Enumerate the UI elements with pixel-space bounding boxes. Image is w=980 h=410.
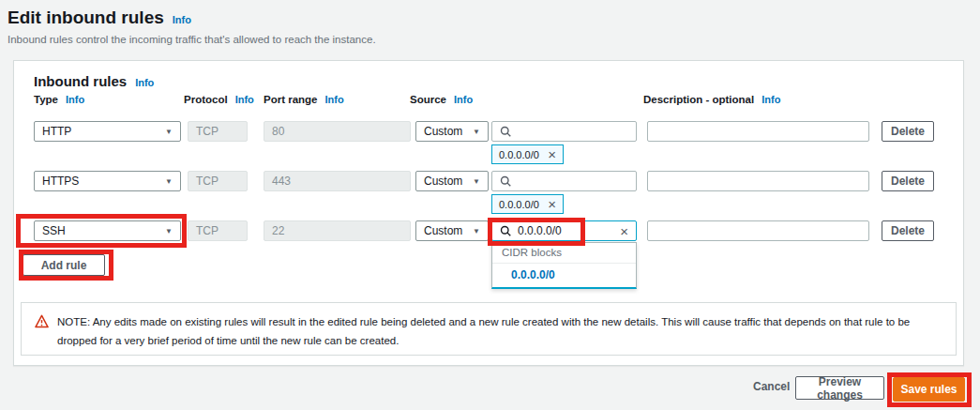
protocol-field: TCP <box>188 121 248 142</box>
remove-chip-icon[interactable]: × <box>548 197 556 211</box>
search-icon <box>500 225 511 236</box>
chevron-down-icon: ▼ <box>473 177 480 186</box>
column-header-protocol: Protocol Info <box>184 94 254 105</box>
type-select-ssh[interactable]: SSH ▼ <box>34 220 181 241</box>
column-label: Protocol <box>184 94 228 105</box>
cancel-button[interactable]: Cancel <box>753 380 790 393</box>
source-chip: 0.0.0.0/0 × <box>491 144 564 164</box>
column-header-description: Description - optional Info <box>643 94 780 105</box>
chevron-down-icon: ▼ <box>165 177 173 186</box>
type-select-value: HTTPS <box>42 175 79 188</box>
cidr-dropdown-option[interactable]: 0.0.0.0/0 <box>492 264 636 287</box>
protocol-field: TCP <box>188 171 248 191</box>
note-text: NOTE: Any edits made on existing rules w… <box>57 312 937 350</box>
source-mode-value: Custom <box>424 125 462 138</box>
type-select-http[interactable]: HTTP ▼ <box>34 121 181 142</box>
column-label: Description - optional <box>643 94 754 105</box>
type-select-value: HTTP <box>42 125 71 138</box>
source-mode-value: Custom <box>424 175 462 188</box>
chevron-down-icon: ▼ <box>473 128 480 136</box>
type-select-https[interactable]: HTTPS ▼ <box>34 171 181 191</box>
source-mode-select[interactable]: Custom ▼ <box>415 121 489 142</box>
column-header-source: Source Info <box>410 94 473 105</box>
source-mode-select[interactable]: Custom ▼ <box>415 171 489 191</box>
source-mode-select[interactable]: Custom ▼ <box>415 220 489 241</box>
source-chip-value: 0.0.0.0/0 <box>499 199 539 210</box>
panel-title: Inbound rules <box>34 73 127 89</box>
add-rule-button[interactable]: Add rule <box>23 254 105 276</box>
delete-button[interactable]: Delete <box>882 220 934 241</box>
port-range-field: 80 <box>264 121 411 142</box>
description-input[interactable] <box>647 121 869 142</box>
source-chip: 0.0.0.0/0 × <box>491 194 564 214</box>
page-title: Edit inbound rules <box>8 8 164 28</box>
source-search-input-active[interactable]: 0.0.0.0/0 × <box>491 220 637 241</box>
port-range-info-link[interactable]: Info <box>325 94 344 105</box>
source-info-link[interactable]: Info <box>454 94 473 105</box>
clear-search-icon[interactable]: × <box>620 224 628 238</box>
search-icon <box>500 126 511 137</box>
note-box: NOTE: Any edits made on existing rules w… <box>21 302 957 356</box>
source-search-input[interactable] <box>491 171 637 191</box>
port-range-field: 22 <box>264 220 411 241</box>
chevron-down-icon: ▼ <box>165 128 173 136</box>
port-range-field: 443 <box>264 171 411 191</box>
source-chip-value: 0.0.0.0/0 <box>499 149 539 160</box>
cidr-dropdown: CIDR blocks 0.0.0.0/0 <box>491 242 637 289</box>
description-info-link[interactable]: Info <box>761 94 780 105</box>
description-input[interactable] <box>647 171 869 191</box>
protocol-info-link[interactable]: Info <box>235 94 254 105</box>
page-header: Edit inbound rules Info <box>8 8 191 28</box>
column-label: Port range <box>264 94 318 105</box>
source-search-value: 0.0.0.0/0 <box>518 224 562 237</box>
source-search-input[interactable] <box>491 121 637 142</box>
chevron-down-icon: ▼ <box>473 227 480 235</box>
description-input[interactable] <box>647 220 869 241</box>
remove-chip-icon[interactable]: × <box>548 147 556 161</box>
warning-icon <box>35 314 49 328</box>
search-icon <box>500 175 511 187</box>
type-info-link[interactable]: Info <box>66 94 84 105</box>
panel-header: Inbound rules Info <box>34 73 154 89</box>
edit-inbound-rules-page: Edit inbound rules Info Inbound rules co… <box>0 0 980 410</box>
cidr-dropdown-group-label: CIDR blocks <box>492 243 636 264</box>
column-label: Source <box>410 94 446 105</box>
page-subtitle: Inbound rules control the incoming traff… <box>8 34 376 45</box>
preview-changes-button[interactable]: Preview changes <box>795 376 884 400</box>
save-rules-button[interactable]: Save rules <box>893 377 965 402</box>
column-header-type: Type Info <box>34 94 84 105</box>
protocol-field: TCP <box>188 220 248 241</box>
column-header-port-range: Port range Info <box>264 94 344 105</box>
page-title-info-link[interactable]: Info <box>173 14 191 25</box>
type-select-value: SSH <box>42 224 66 237</box>
panel-title-info-link[interactable]: Info <box>135 77 154 88</box>
delete-button[interactable]: Delete <box>882 171 934 191</box>
delete-button[interactable]: Delete <box>882 121 934 142</box>
column-label: Type <box>34 94 58 105</box>
chevron-down-icon: ▼ <box>165 227 173 235</box>
source-mode-value: Custom <box>424 224 462 237</box>
